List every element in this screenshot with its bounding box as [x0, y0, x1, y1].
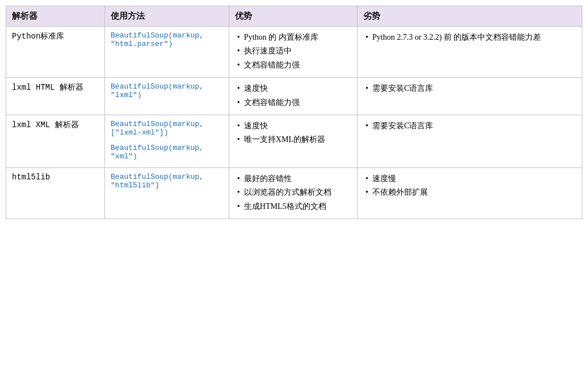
disadvantages-list: Python 2.7.3 or 3.2.2) 前 的版本中文档容错能力差 — [363, 31, 576, 44]
advantage-item: 最好的容错性 — [235, 173, 351, 185]
parser-advantages-cell: 速度快文档容错能力强 — [229, 78, 357, 115]
parser-disadvantages-cell: 需要安装C语言库 — [357, 78, 582, 115]
code-block: BeautifulSoup(markup, "html.parser") — [111, 31, 223, 48]
parser-code-cell: BeautifulSoup(markup, "html.parser") — [105, 27, 229, 78]
parser-comparison-table: 解析器 使用方法 优势 劣势 Python标准库BeautifulSoup(ma… — [6, 6, 582, 219]
disadvantage-item: 不依赖外部扩展 — [363, 186, 576, 199]
disadvantage-item: 需要安装C语言库 — [363, 82, 576, 95]
table-row: Python标准库BeautifulSoup(markup, "html.par… — [6, 27, 582, 78]
disadvantage-item: 需要安装C语言库 — [363, 120, 576, 132]
parser-disadvantages-cell: 需要安装C语言库 — [357, 115, 582, 167]
parser-advantages-cell: 最好的容错性以浏览器的方式解析文档生成HTML5格式的文档 — [229, 167, 357, 219]
header-usage: 使用方法 — [105, 6, 229, 27]
parser-code-cell: BeautifulSoup(markup, ["lxml-xml"])Beaut… — [105, 115, 229, 167]
advantage-item: 生成HTML5格式的文档 — [235, 200, 351, 213]
table-row: lxml XML 解析器BeautifulSoup(markup, ["lxml… — [6, 115, 582, 167]
parser-name-cell: lxml XML 解析器 — [6, 115, 105, 167]
parser-disadvantages-cell: 速度慢不依赖外部扩展 — [357, 167, 582, 219]
table-row: lxml HTML 解析器BeautifulSoup(markup, "lxml… — [6, 78, 582, 115]
parser-name: Python标准库 — [12, 32, 64, 40]
disadvantage-item: 速度慢 — [363, 173, 576, 185]
advantage-item: 执行速度适中 — [235, 45, 351, 57]
disadvantages-list: 需要安装C语言库 — [363, 120, 576, 132]
advantage-item: 文档容错能力强 — [235, 97, 351, 109]
parser-advantages-cell: 速度快唯一支持XML的解析器 — [229, 115, 357, 167]
header-advantages: 优势 — [229, 6, 357, 27]
parser-name: lxml XML 解析器 — [12, 120, 79, 129]
disadvantage-item: Python 2.7.3 or 3.2.2) 前 的版本中文档容错能力差 — [363, 31, 576, 44]
table-row: html5libBeautifulSoup(markup, "html5lib"… — [6, 167, 582, 219]
advantage-item: 文档容错能力强 — [235, 59, 351, 72]
parser-code-cell: BeautifulSoup(markup, "lxml") — [105, 78, 229, 115]
advantage-item: 唯一支持XML的解析器 — [235, 133, 351, 146]
code-block: BeautifulSoup(markup, "html5lib") — [111, 173, 223, 190]
parser-name: lxml HTML 解析器 — [12, 83, 83, 91]
parser-code-cell: BeautifulSoup(markup, "html5lib") — [105, 167, 229, 219]
code-block: BeautifulSoup(markup, "xml") — [111, 144, 223, 161]
advantage-item: 速度快 — [235, 82, 351, 95]
advantages-list: 速度快唯一支持XML的解析器 — [235, 120, 351, 146]
advantage-item: 以浏览器的方式解析文档 — [235, 186, 351, 199]
disadvantages-list: 速度慢不依赖外部扩展 — [363, 173, 576, 199]
code-block: BeautifulSoup(markup, ["lxml-xml"]) — [111, 120, 223, 137]
parser-name-cell: html5lib — [6, 167, 105, 219]
parser-disadvantages-cell: Python 2.7.3 or 3.2.2) 前 的版本中文档容错能力差 — [357, 27, 582, 78]
advantages-list: 最好的容错性以浏览器的方式解析文档生成HTML5格式的文档 — [235, 173, 351, 213]
advantage-item: 速度快 — [235, 120, 351, 132]
code-block: BeautifulSoup(markup, "lxml") — [111, 82, 223, 99]
advantages-list: 速度快文档容错能力强 — [235, 82, 351, 109]
parser-name: html5lib — [12, 173, 50, 181]
parser-advantages-cell: Python 的 内置标准库执行速度适中文档容错能力强 — [229, 27, 357, 78]
parser-name-cell: lxml HTML 解析器 — [6, 78, 105, 115]
disadvantages-list: 需要安装C语言库 — [363, 82, 576, 95]
advantages-list: Python 的 内置标准库执行速度适中文档容错能力强 — [235, 31, 351, 72]
advantage-item: Python 的 内置标准库 — [235, 31, 351, 44]
parser-name-cell: Python标准库 — [6, 27, 105, 78]
header-disadvantages: 劣势 — [357, 6, 582, 27]
header-parser: 解析器 — [6, 6, 105, 27]
